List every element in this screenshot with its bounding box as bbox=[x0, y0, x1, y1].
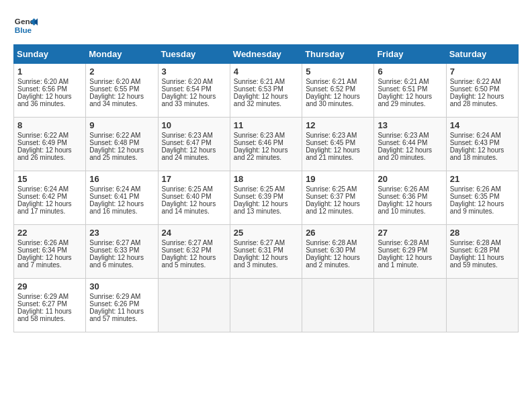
day-number: 4 bbox=[234, 66, 298, 77]
column-headers: SundayMondayTuesdayWednesdayThursdayFrid… bbox=[14, 45, 519, 64]
sunrise-text: Sunrise: 6:20 AM bbox=[162, 78, 213, 85]
day-number: 9 bbox=[89, 120, 154, 130]
sunrise-text: Sunrise: 6:25 AM bbox=[234, 185, 285, 193]
sunset-text: Sunset: 6:41 PM bbox=[89, 193, 139, 200]
calendar-cell: 8Sunrise: 6:22 AMSunset: 6:49 PMDaylight… bbox=[14, 118, 86, 171]
sunset-text: Sunset: 6:32 PM bbox=[162, 246, 212, 254]
calendar-cell: 18Sunrise: 6:25 AMSunset: 6:39 PMDayligh… bbox=[230, 171, 302, 225]
sunset-text: Sunset: 6:43 PM bbox=[450, 139, 500, 146]
sunrise-text: Sunrise: 6:21 AM bbox=[378, 78, 429, 85]
sunset-text: Sunset: 6:48 PM bbox=[89, 139, 139, 146]
daylight-text: Daylight: 12 hours and 2 minutes. bbox=[306, 254, 360, 269]
sunset-text: Sunset: 6:29 PM bbox=[378, 246, 427, 254]
day-number: 5 bbox=[306, 66, 370, 77]
svg-text:Blue: Blue bbox=[15, 26, 32, 34]
sunset-text: Sunset: 6:36 PM bbox=[378, 193, 427, 200]
calendar-cell bbox=[374, 279, 446, 332]
day-number: 17 bbox=[162, 174, 226, 184]
day-number: 16 bbox=[89, 174, 154, 184]
calendar-cell: 22Sunrise: 6:26 AMSunset: 6:34 PMDayligh… bbox=[14, 225, 86, 279]
calendar-cell: 17Sunrise: 6:25 AMSunset: 6:40 PMDayligh… bbox=[158, 171, 230, 225]
calendar-week-4: 22Sunrise: 6:26 AMSunset: 6:34 PMDayligh… bbox=[14, 225, 519, 279]
calendar-cell: 11Sunrise: 6:23 AMSunset: 6:46 PMDayligh… bbox=[230, 118, 302, 171]
day-number: 13 bbox=[378, 120, 442, 130]
day-number: 11 bbox=[234, 120, 298, 130]
calendar-week-1: 1Sunrise: 6:20 AMSunset: 6:56 PMDaylight… bbox=[14, 64, 519, 118]
daylight-text: Daylight: 12 hours and 20 minutes. bbox=[378, 146, 432, 161]
daylight-text: Daylight: 12 hours and 9 minutes. bbox=[450, 200, 504, 215]
daylight-text: Daylight: 12 hours and 5 minutes. bbox=[162, 254, 216, 269]
sunset-text: Sunset: 6:55 PM bbox=[89, 85, 139, 93]
calendar-table: SundayMondayTuesdayWednesdayThursdayFrid… bbox=[13, 44, 519, 332]
column-header-saturday: Saturday bbox=[446, 45, 518, 64]
sunset-text: Sunset: 6:53 PM bbox=[234, 85, 283, 93]
sunrise-text: Sunrise: 6:28 AM bbox=[306, 239, 357, 246]
daylight-text: Daylight: 12 hours and 25 minutes. bbox=[89, 146, 144, 161]
sunset-text: Sunset: 6:46 PM bbox=[234, 139, 283, 146]
sunset-text: Sunset: 6:30 PM bbox=[306, 246, 355, 254]
calendar-cell bbox=[230, 279, 302, 332]
daylight-text: Daylight: 12 hours and 28 minutes. bbox=[450, 93, 504, 107]
calendar-cell: 5Sunrise: 6:21 AMSunset: 6:52 PMDaylight… bbox=[302, 64, 374, 118]
daylight-text: Daylight: 12 hours and 6 minutes. bbox=[89, 254, 144, 269]
day-number: 6 bbox=[378, 66, 442, 77]
day-number: 28 bbox=[450, 228, 515, 238]
sunrise-text: Sunrise: 6:27 AM bbox=[162, 239, 213, 246]
daylight-text: Daylight: 12 hours and 3 minutes. bbox=[234, 254, 288, 269]
sunset-text: Sunset: 6:49 PM bbox=[17, 139, 67, 146]
sunrise-text: Sunrise: 6:26 AM bbox=[450, 185, 501, 193]
daylight-text: Daylight: 12 hours and 21 minutes. bbox=[306, 146, 360, 161]
calendar-cell: 20Sunrise: 6:26 AMSunset: 6:36 PMDayligh… bbox=[374, 171, 446, 225]
sunrise-text: Sunrise: 6:21 AM bbox=[234, 78, 285, 85]
calendar-cell: 26Sunrise: 6:28 AMSunset: 6:30 PMDayligh… bbox=[302, 225, 374, 279]
day-number: 10 bbox=[162, 120, 226, 130]
calendar-cell: 13Sunrise: 6:23 AMSunset: 6:44 PMDayligh… bbox=[374, 118, 446, 171]
daylight-text: Daylight: 12 hours and 22 minutes. bbox=[234, 146, 288, 161]
sunrise-text: Sunrise: 6:20 AM bbox=[89, 78, 140, 85]
daylight-text: Daylight: 12 hours and 18 minutes. bbox=[450, 146, 504, 161]
logo-icon: General Blue bbox=[13, 13, 38, 38]
daylight-text: Daylight: 12 hours and 10 minutes. bbox=[378, 200, 432, 215]
day-number: 3 bbox=[162, 66, 226, 77]
daylight-text: Daylight: 12 hours and 24 minutes. bbox=[162, 146, 216, 161]
sunrise-text: Sunrise: 6:23 AM bbox=[162, 132, 213, 139]
sunrise-text: Sunrise: 6:29 AM bbox=[89, 293, 140, 300]
calendar-week-3: 15Sunrise: 6:24 AMSunset: 6:42 PMDayligh… bbox=[14, 171, 519, 225]
calendar-cell bbox=[446, 279, 518, 332]
sunset-text: Sunset: 6:27 PM bbox=[17, 300, 67, 308]
daylight-text: Daylight: 12 hours and 29 minutes. bbox=[378, 93, 432, 107]
sunset-text: Sunset: 6:56 PM bbox=[17, 85, 67, 93]
calendar-cell: 10Sunrise: 6:23 AMSunset: 6:47 PMDayligh… bbox=[158, 118, 230, 171]
daylight-text: Daylight: 12 hours and 32 minutes. bbox=[234, 93, 288, 107]
daylight-text: Daylight: 12 hours and 13 minutes. bbox=[234, 200, 288, 215]
calendar-cell: 28Sunrise: 6:28 AMSunset: 6:28 PMDayligh… bbox=[446, 225, 518, 279]
day-number: 2 bbox=[89, 66, 154, 77]
sunrise-text: Sunrise: 6:20 AM bbox=[17, 78, 69, 85]
sunset-text: Sunset: 6:47 PM bbox=[162, 139, 212, 146]
sunset-text: Sunset: 6:37 PM bbox=[306, 193, 355, 200]
sunrise-text: Sunrise: 6:22 AM bbox=[450, 78, 501, 85]
daylight-text: Daylight: 12 hours and 26 minutes. bbox=[17, 146, 72, 161]
daylight-text: Daylight: 11 hours and 57 minutes. bbox=[89, 308, 144, 322]
calendar-cell: 23Sunrise: 6:27 AMSunset: 6:33 PMDayligh… bbox=[86, 225, 158, 279]
daylight-text: Daylight: 12 hours and 14 minutes. bbox=[162, 200, 216, 215]
sunrise-text: Sunrise: 6:28 AM bbox=[378, 239, 429, 246]
day-number: 15 bbox=[17, 174, 82, 184]
calendar-cell: 21Sunrise: 6:26 AMSunset: 6:35 PMDayligh… bbox=[446, 171, 518, 225]
sunrise-text: Sunrise: 6:27 AM bbox=[89, 239, 140, 246]
sunset-text: Sunset: 6:26 PM bbox=[89, 300, 139, 308]
sunrise-text: Sunrise: 6:24 AM bbox=[17, 185, 69, 193]
calendar-week-2: 8Sunrise: 6:22 AMSunset: 6:49 PMDaylight… bbox=[14, 118, 519, 171]
calendar-cell: 4Sunrise: 6:21 AMSunset: 6:53 PMDaylight… bbox=[230, 64, 302, 118]
daylight-text: Daylight: 11 hours and 59 minutes. bbox=[450, 254, 504, 269]
column-header-wednesday: Wednesday bbox=[230, 45, 302, 64]
sunrise-text: Sunrise: 6:24 AM bbox=[450, 132, 501, 139]
daylight-text: Daylight: 12 hours and 33 minutes. bbox=[162, 93, 216, 107]
day-number: 25 bbox=[234, 228, 298, 238]
calendar-cell: 3Sunrise: 6:20 AMSunset: 6:54 PMDaylight… bbox=[158, 64, 230, 118]
sunrise-text: Sunrise: 6:27 AM bbox=[234, 239, 285, 246]
column-header-friday: Friday bbox=[374, 45, 446, 64]
day-number: 20 bbox=[378, 174, 442, 184]
sunrise-text: Sunrise: 6:25 AM bbox=[162, 185, 213, 193]
logo: General Blue bbox=[13, 13, 42, 38]
